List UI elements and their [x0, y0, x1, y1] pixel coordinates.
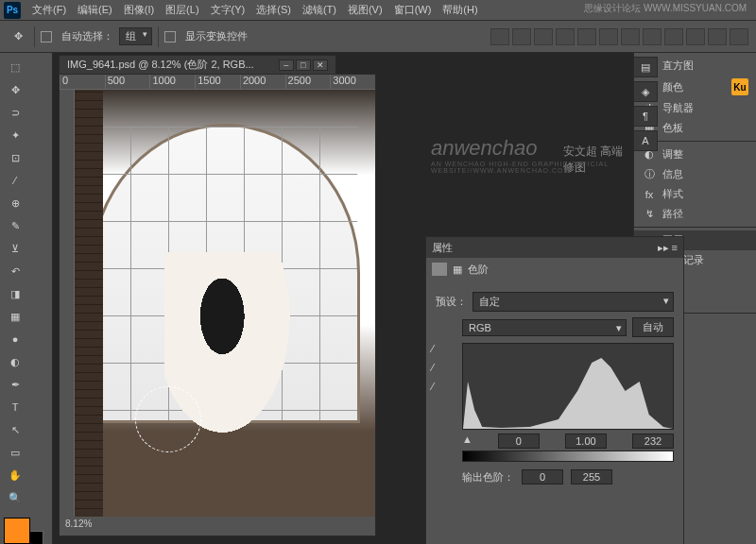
align-btn[interactable]	[534, 28, 553, 45]
auto-select-checkbox[interactable]	[41, 31, 52, 42]
hand-tool-icon[interactable]: ✋	[4, 465, 26, 485]
doc-title: IMG_9641.psd @ 8.12% (色阶 2, RGB...	[67, 58, 254, 72]
menu-filter[interactable]: 滤镜(T)	[297, 3, 342, 17]
ruler-mark: 0	[60, 75, 105, 89]
auto-button[interactable]: 自动	[632, 317, 674, 337]
canvas-area: IMG_9641.psd @ 8.12% (色阶 2, RGB... – □ ✕…	[53, 53, 633, 544]
status-bar: 8.12%	[60, 517, 375, 534]
adjustment-name: 色阶	[468, 263, 489, 277]
move-tool-icon: ✥	[8, 26, 28, 47]
lasso-tool-icon[interactable]: ⊃	[4, 102, 26, 123]
ruler-mark: 1500	[195, 75, 240, 89]
panel-header[interactable]: 属性 ▸▸ ≡	[426, 237, 683, 258]
menu-layer[interactable]: 图层(L)	[160, 3, 204, 17]
align-btn[interactable]	[686, 28, 705, 45]
histogram[interactable]	[462, 343, 674, 430]
panel-paths[interactable]: ↯路径	[634, 204, 756, 224]
output-white[interactable]: 255	[571, 469, 612, 484]
panel-menu-icon[interactable]: ▸▸ ≡	[658, 242, 678, 254]
align-btn[interactable]	[664, 28, 683, 45]
panel-label: 直方图	[662, 59, 694, 73]
maximize-icon[interactable]: □	[296, 60, 311, 71]
eyedropper-white-icon[interactable]: ⁄	[432, 381, 449, 394]
menu-select[interactable]: 选择(S)	[250, 3, 297, 17]
output-label: 输出色阶：	[462, 470, 514, 484]
wand-tool-icon[interactable]: ✦	[4, 125, 26, 145]
ruler-mark: 2000	[240, 75, 285, 89]
divider	[34, 26, 35, 47]
blur-tool-icon[interactable]: ●	[4, 329, 26, 349]
output-black[interactable]: 0	[522, 469, 563, 484]
align-btn[interactable]	[512, 28, 531, 45]
channel-dropdown[interactable]: RGB	[462, 319, 627, 336]
input-white[interactable]: 232	[632, 434, 674, 449]
heal-tool-icon[interactable]: ⊕	[4, 193, 26, 213]
ruler-mark: 1000	[149, 75, 195, 89]
input-gamma[interactable]: 1.00	[565, 434, 607, 449]
watermark-top: 思缘设计论坛 WWW.MISSYUAN.COM	[584, 2, 747, 15]
dodge-tool-icon[interactable]: ◐	[4, 351, 26, 372]
zoom-tool-icon[interactable]: 🔍	[4, 487, 26, 508]
stamp-tool-icon[interactable]: ⊻	[4, 238, 26, 259]
color-swatches[interactable]	[4, 518, 48, 544]
align-btn[interactable]	[708, 28, 727, 45]
kuler-icon[interactable]: Ku	[731, 78, 748, 95]
marquee-tool-icon[interactable]: ⬚	[4, 57, 26, 77]
align-btn[interactable]	[577, 28, 596, 45]
collapsed-panel-icon[interactable]: ▤	[633, 57, 658, 77]
paths-icon: ↯	[642, 208, 657, 221]
divider	[158, 26, 159, 47]
menu-view[interactable]: 视图(V)	[342, 3, 388, 17]
auto-select-dropdown[interactable]: 组	[119, 27, 152, 45]
eyedropper-tool-icon[interactable]: ⁄	[4, 170, 26, 191]
type-tool-icon[interactable]: T	[4, 397, 26, 417]
collapsed-panel-icon[interactable]: A	[633, 130, 658, 151]
mask-icon[interactable]: ▦	[453, 264, 462, 276]
panel-label: 导航器	[662, 101, 694, 115]
preset-dropdown[interactable]: 自定	[472, 292, 674, 312]
collapsed-panel-icon[interactable]: ¶	[633, 106, 658, 127]
canvas-image[interactable]	[75, 90, 375, 517]
align-btn[interactable]	[621, 28, 640, 45]
slider-black-icon[interactable]: ▲	[462, 434, 472, 449]
align-btn[interactable]	[490, 28, 509, 45]
eyedropper-gray-icon[interactable]: ⁄	[432, 362, 449, 375]
shape-tool-icon[interactable]: ▭	[4, 442, 26, 463]
pen-tool-icon[interactable]: ✒	[4, 374, 26, 395]
collapsed-panel-icon[interactable]: ◈	[633, 81, 658, 102]
path-tool-icon[interactable]: ↖	[4, 419, 26, 440]
eraser-tool-icon[interactable]: ◨	[4, 283, 26, 304]
menu-window[interactable]: 窗口(W)	[388, 3, 438, 17]
eyedropper-black-icon[interactable]: ⁄	[432, 343, 449, 356]
marquee-selection	[135, 386, 201, 452]
info-icon: ⓘ	[642, 168, 657, 181]
menu-type[interactable]: 文字(Y)	[205, 3, 251, 17]
move-tool-icon[interactable]: ✥	[4, 79, 26, 100]
menu-edit[interactable]: 编辑(E)	[72, 3, 118, 17]
fg-swatch[interactable]	[4, 518, 30, 544]
menubar: Ps 文件(F) 编辑(E) 图像(I) 图层(L) 文字(Y) 选择(S) 滤…	[0, 0, 756, 21]
align-btn[interactable]	[730, 28, 748, 45]
align-btn[interactable]	[556, 28, 575, 45]
show-transform-label: 显示变换控件	[185, 29, 248, 43]
panel-info[interactable]: ⓘ信息	[634, 164, 756, 184]
close-icon[interactable]: ✕	[313, 60, 328, 71]
document-tab[interactable]: IMG_9641.psd @ 8.12% (色阶 2, RGB... – □ ✕	[59, 55, 336, 75]
history-brush-icon[interactable]: ↶	[4, 261, 26, 281]
minimize-icon[interactable]: –	[279, 60, 294, 71]
menu-help[interactable]: 帮助(H)	[437, 3, 483, 17]
collapsed-dock: ▤ ◈ ¶ A	[633, 57, 662, 151]
crop-tool-icon[interactable]: ⊡	[4, 147, 26, 168]
ruler-horizontal: 050010001500200025003000	[60, 75, 375, 90]
panel-label: 调整	[662, 147, 683, 162]
align-btn[interactable]	[643, 28, 662, 45]
panel-styles[interactable]: fx样式	[634, 184, 756, 204]
output-gradient[interactable]	[462, 450, 674, 462]
menu-image[interactable]: 图像(I)	[118, 3, 160, 17]
gradient-tool-icon[interactable]: ▦	[4, 306, 26, 327]
show-transform-checkbox[interactable]	[164, 31, 176, 42]
input-black[interactable]: 0	[498, 434, 540, 449]
align-btn[interactable]	[599, 28, 618, 45]
menu-file[interactable]: 文件(F)	[26, 3, 72, 17]
brush-tool-icon[interactable]: ✎	[4, 215, 26, 236]
